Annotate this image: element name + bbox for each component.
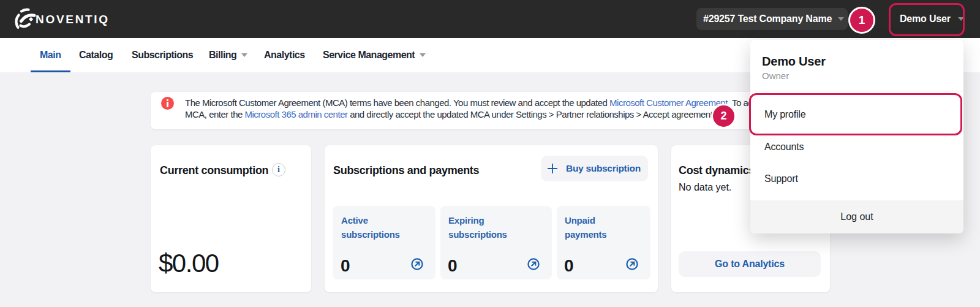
svg-text:NOVENTIQ: NOVENTIQ <box>36 13 110 26</box>
